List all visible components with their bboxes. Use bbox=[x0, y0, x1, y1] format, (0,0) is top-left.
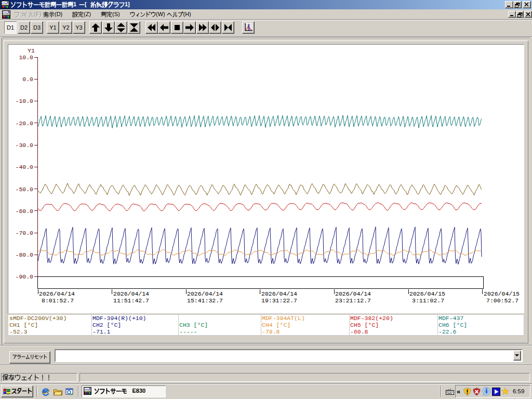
svg-text:(D): (D) bbox=[55, 11, 62, 17]
svg-text:1]: 1] bbox=[125, 1, 130, 7]
svg-text:(W): (W) bbox=[156, 11, 165, 17]
svg-text:(H): (H) bbox=[183, 11, 191, 17]
svg-text:(Z): (Z) bbox=[84, 11, 91, 17]
svg-text:ァ: ァ bbox=[20, 11, 25, 17]
svg-text:[: [ bbox=[85, 1, 87, 7]
svg-text:(S): (S) bbox=[112, 11, 120, 17]
svg-text:1: 1 bbox=[73, 1, 76, 7]
svg-text:(F): (F) bbox=[34, 11, 42, 17]
svg-text:E830: E830 bbox=[132, 388, 146, 394]
